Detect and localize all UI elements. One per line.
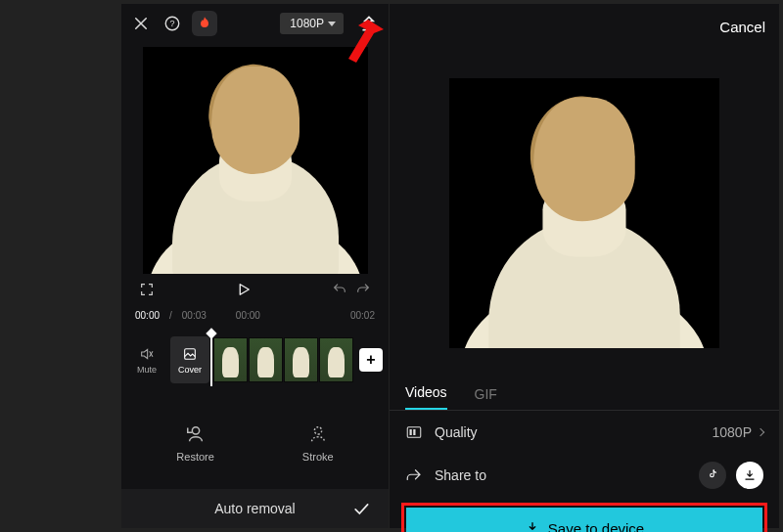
time-mark-1: 00:02: [350, 310, 375, 321]
auto-removal-label: Auto removal: [214, 501, 295, 516]
save-label: Save to device: [548, 520, 644, 533]
time-ruler: 00:00 / 00:03 00:00 00:02: [121, 305, 389, 325]
figure-hair: [533, 98, 635, 222]
confirm-icon[interactable]: [349, 497, 373, 520]
resolution-value: 1080P: [290, 17, 324, 30]
clip-thumb[interactable]: [213, 337, 248, 382]
clip-thumb[interactable]: [284, 337, 318, 382]
flame-icon[interactable]: [192, 11, 217, 36]
svg-rect-2: [185, 348, 196, 359]
playhead[interactable]: [210, 333, 212, 386]
help-icon[interactable]: ?: [161, 12, 184, 35]
mute-tool[interactable]: Mute: [127, 336, 166, 383]
fullscreen-icon[interactable]: [135, 278, 159, 301]
share-icon: [405, 466, 423, 484]
quality-row[interactable]: Quality 1080P: [390, 411, 779, 454]
share-download-button[interactable]: [736, 462, 763, 489]
quality-value: 1080P: [713, 424, 752, 440]
share-row: Share to: [390, 454, 779, 497]
figure-hair: [211, 66, 299, 174]
editor-preview: [143, 47, 368, 274]
close-icon[interactable]: [129, 12, 153, 35]
time-mark-0: 00:00: [236, 310, 260, 321]
editor-actions: Restore Stroke: [121, 407, 389, 479]
quality-label: Quality: [435, 424, 478, 440]
restore-label: Restore: [176, 451, 214, 463]
editor-topbar: ? 1080P: [121, 4, 389, 43]
clip-strip[interactable]: [213, 337, 353, 382]
svg-rect-5: [410, 429, 412, 435]
add-clip-button[interactable]: +: [359, 348, 383, 372]
export-panel: Cancel Videos GIF Quality 1080P Share to: [390, 4, 779, 528]
mute-label: Mute: [137, 365, 157, 375]
redo-icon[interactable]: [351, 278, 375, 301]
undo-icon[interactable]: [328, 278, 351, 301]
cancel-button[interactable]: Cancel: [719, 19, 765, 35]
save-to-device-button[interactable]: Save to device: [406, 508, 762, 532]
stroke-action[interactable]: Stroke: [302, 423, 334, 463]
export-icon[interactable]: [357, 12, 381, 35]
cover-label: Cover: [178, 365, 202, 375]
restore-action[interactable]: Restore: [176, 423, 214, 463]
stroke-label: Stroke: [302, 451, 334, 463]
time-total: 00:03: [182, 310, 207, 321]
resolution-select[interactable]: 1080P: [280, 13, 344, 34]
share-label: Share to: [435, 467, 486, 483]
clip-thumb[interactable]: [249, 337, 283, 382]
svg-text:?: ?: [169, 19, 174, 28]
export-preview: [449, 78, 719, 348]
play-button[interactable]: [232, 278, 255, 301]
chevron-right-icon: [757, 428, 764, 436]
timeline[interactable]: Mute Cover +: [121, 332, 389, 387]
svg-rect-6: [413, 429, 415, 435]
quality-icon: [405, 423, 423, 441]
export-tabs: Videos GIF: [390, 377, 779, 411]
cover-tool[interactable]: Cover: [170, 336, 209, 383]
bottom-bar: Auto removal: [121, 489, 389, 528]
time-current: 00:00: [135, 310, 160, 321]
save-highlight: Save to device: [401, 503, 767, 532]
clip-thumb[interactable]: [319, 337, 353, 382]
tab-videos[interactable]: Videos: [405, 384, 447, 410]
editor-panel: ? 1080P: [121, 4, 389, 528]
dropdown-caret-icon: [328, 22, 336, 26]
time-sep: /: [169, 310, 172, 321]
playback-bar: [121, 274, 389, 305]
tab-gif[interactable]: GIF: [475, 386, 497, 410]
share-tiktok-button[interactable]: [699, 462, 726, 489]
download-icon: [525, 520, 540, 532]
export-topbar: Cancel: [390, 4, 779, 49]
